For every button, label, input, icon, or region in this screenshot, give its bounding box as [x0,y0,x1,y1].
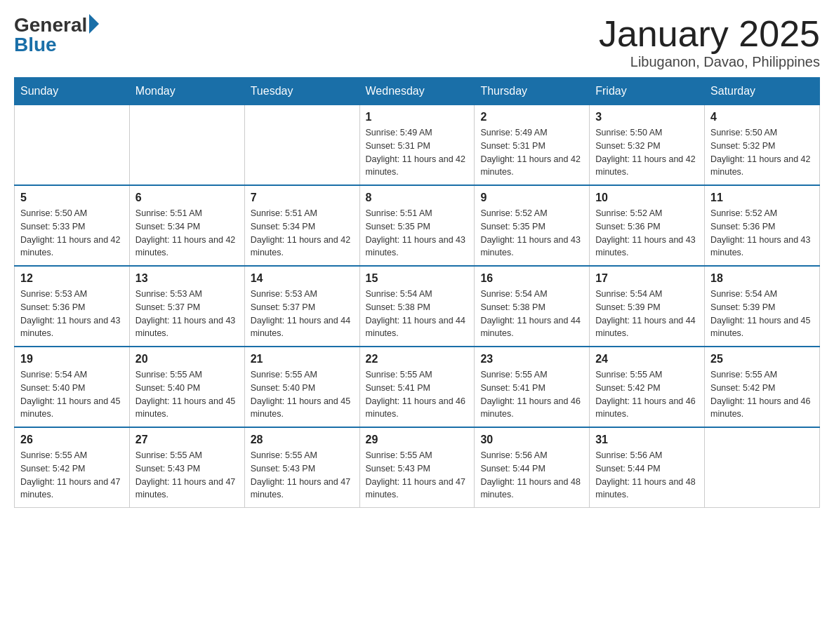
calendar-cell: 6Sunrise: 5:51 AMSunset: 5:34 PMDaylight… [129,185,244,266]
logo-arrow-icon [89,14,99,34]
calendar-week-row: 26Sunrise: 5:55 AMSunset: 5:42 PMDayligh… [15,427,820,508]
day-number: 26 [20,434,124,446]
logo-blue-text: Blue [14,34,57,56]
day-info: Sunrise: 5:53 AMSunset: 5:37 PMDaylight:… [251,288,354,340]
calendar-week-row: 19Sunrise: 5:54 AMSunset: 5:40 PMDayligh… [15,347,820,427]
calendar-cell [705,427,820,508]
day-number: 1 [366,111,469,123]
day-number: 25 [710,353,814,365]
calendar-cell: 14Sunrise: 5:53 AMSunset: 5:37 PMDayligh… [244,266,359,347]
calendar-day-header: Sunday [15,78,130,105]
day-info: Sunrise: 5:49 AMSunset: 5:31 PMDaylight:… [366,126,469,179]
day-number: 16 [480,272,583,285]
calendar-cell: 15Sunrise: 5:54 AMSunset: 5:38 PMDayligh… [359,266,475,347]
calendar-cell: 26Sunrise: 5:55 AMSunset: 5:42 PMDayligh… [15,427,130,508]
day-info: Sunrise: 5:55 AMSunset: 5:43 PMDaylight:… [366,449,469,502]
day-info: Sunrise: 5:55 AMSunset: 5:40 PMDaylight:… [251,368,354,421]
calendar-day-header: Thursday [475,78,590,105]
calendar-cell: 7Sunrise: 5:51 AMSunset: 5:34 PMDaylight… [244,185,359,266]
day-number: 15 [366,272,469,285]
location: Libuganon, Davao, Philippines [599,54,820,70]
day-number: 30 [480,434,583,446]
day-number: 12 [20,272,124,285]
calendar-week-row: 12Sunrise: 5:53 AMSunset: 5:36 PMDayligh… [15,266,820,347]
day-info: Sunrise: 5:54 AMSunset: 5:40 PMDaylight:… [20,368,124,421]
calendar-table: SundayMondayTuesdayWednesdayThursdayFrid… [14,77,820,508]
day-info: Sunrise: 5:55 AMSunset: 5:43 PMDaylight:… [251,449,354,502]
calendar-day-header: Tuesday [244,78,359,105]
day-number: 10 [595,192,699,204]
day-info: Sunrise: 5:50 AMSunset: 5:32 PMDaylight:… [710,126,814,179]
day-info: Sunrise: 5:55 AMSunset: 5:40 PMDaylight:… [135,368,239,421]
day-number: 27 [135,434,239,446]
calendar-cell: 2Sunrise: 5:49 AMSunset: 5:31 PMDaylight… [475,105,590,186]
day-number: 19 [20,353,124,365]
day-number: 24 [595,353,699,365]
day-info: Sunrise: 5:55 AMSunset: 5:42 PMDaylight:… [710,368,814,421]
calendar-cell: 31Sunrise: 5:56 AMSunset: 5:44 PMDayligh… [590,427,705,508]
day-number: 4 [710,111,814,123]
calendar-cell: 9Sunrise: 5:52 AMSunset: 5:35 PMDaylight… [475,185,590,266]
calendar-day-header: Wednesday [359,78,475,105]
calendar-cell: 4Sunrise: 5:50 AMSunset: 5:32 PMDaylight… [705,105,820,186]
calendar-cell: 27Sunrise: 5:55 AMSunset: 5:43 PMDayligh… [129,427,244,508]
day-info: Sunrise: 5:49 AMSunset: 5:31 PMDaylight:… [480,126,583,179]
day-info: Sunrise: 5:52 AMSunset: 5:35 PMDaylight:… [480,207,583,260]
day-number: 22 [366,353,469,365]
day-info: Sunrise: 5:51 AMSunset: 5:34 PMDaylight:… [135,207,239,260]
day-number: 31 [595,434,699,446]
day-number: 18 [710,272,814,285]
calendar-cell: 25Sunrise: 5:55 AMSunset: 5:42 PMDayligh… [705,347,820,427]
day-info: Sunrise: 5:54 AMSunset: 5:38 PMDaylight:… [480,288,583,340]
day-info: Sunrise: 5:51 AMSunset: 5:35 PMDaylight:… [366,207,469,260]
calendar-cell: 1Sunrise: 5:49 AMSunset: 5:31 PMDaylight… [359,105,475,186]
day-number: 6 [135,192,239,204]
calendar-cell: 19Sunrise: 5:54 AMSunset: 5:40 PMDayligh… [15,347,130,427]
month-title: January 2025 [599,14,820,54]
calendar-cell: 16Sunrise: 5:54 AMSunset: 5:38 PMDayligh… [475,266,590,347]
calendar-cell: 20Sunrise: 5:55 AMSunset: 5:40 PMDayligh… [129,347,244,427]
day-info: Sunrise: 5:52 AMSunset: 5:36 PMDaylight:… [595,207,699,260]
calendar-cell: 28Sunrise: 5:55 AMSunset: 5:43 PMDayligh… [244,427,359,508]
day-number: 21 [251,353,354,365]
calendar-cell: 29Sunrise: 5:55 AMSunset: 5:43 PMDayligh… [359,427,475,508]
day-number: 23 [480,353,583,365]
calendar-cell: 21Sunrise: 5:55 AMSunset: 5:40 PMDayligh… [244,347,359,427]
day-info: Sunrise: 5:51 AMSunset: 5:34 PMDaylight:… [251,207,354,260]
day-number: 8 [366,192,469,204]
logo: General Blue [14,14,99,56]
calendar-cell: 3Sunrise: 5:50 AMSunset: 5:32 PMDaylight… [590,105,705,186]
calendar-cell: 11Sunrise: 5:52 AMSunset: 5:36 PMDayligh… [705,185,820,266]
calendar-cell [15,105,130,186]
calendar-cell: 24Sunrise: 5:55 AMSunset: 5:42 PMDayligh… [590,347,705,427]
day-number: 14 [251,272,354,285]
day-info: Sunrise: 5:55 AMSunset: 5:43 PMDaylight:… [135,449,239,502]
day-number: 28 [251,434,354,446]
day-number: 5 [20,192,124,204]
calendar-cell: 22Sunrise: 5:55 AMSunset: 5:41 PMDayligh… [359,347,475,427]
day-info: Sunrise: 5:55 AMSunset: 5:41 PMDaylight:… [366,368,469,421]
calendar-cell: 13Sunrise: 5:53 AMSunset: 5:37 PMDayligh… [129,266,244,347]
day-info: Sunrise: 5:54 AMSunset: 5:39 PMDaylight:… [710,288,814,340]
day-number: 3 [595,111,699,123]
day-info: Sunrise: 5:54 AMSunset: 5:39 PMDaylight:… [595,288,699,340]
day-number: 2 [480,111,583,123]
calendar-cell [244,105,359,186]
day-info: Sunrise: 5:50 AMSunset: 5:33 PMDaylight:… [20,207,124,260]
day-info: Sunrise: 5:56 AMSunset: 5:44 PMDaylight:… [480,449,583,502]
calendar-cell: 10Sunrise: 5:52 AMSunset: 5:36 PMDayligh… [590,185,705,266]
calendar-cell: 18Sunrise: 5:54 AMSunset: 5:39 PMDayligh… [705,266,820,347]
calendar-week-row: 1Sunrise: 5:49 AMSunset: 5:31 PMDaylight… [15,105,820,186]
day-info: Sunrise: 5:53 AMSunset: 5:37 PMDaylight:… [135,288,239,340]
calendar-header-row: SundayMondayTuesdayWednesdayThursdayFrid… [15,78,820,105]
day-info: Sunrise: 5:55 AMSunset: 5:42 PMDaylight:… [20,449,124,502]
page-header: General Blue January 2025 Libuganon, Dav… [14,14,820,70]
calendar-cell: 30Sunrise: 5:56 AMSunset: 5:44 PMDayligh… [475,427,590,508]
day-number: 9 [480,192,583,204]
calendar-cell: 5Sunrise: 5:50 AMSunset: 5:33 PMDaylight… [15,185,130,266]
title-section: January 2025 Libuganon, Davao, Philippin… [599,14,820,70]
calendar-day-header: Monday [129,78,244,105]
day-number: 17 [595,272,699,285]
day-number: 11 [710,192,814,204]
calendar-cell: 17Sunrise: 5:54 AMSunset: 5:39 PMDayligh… [590,266,705,347]
